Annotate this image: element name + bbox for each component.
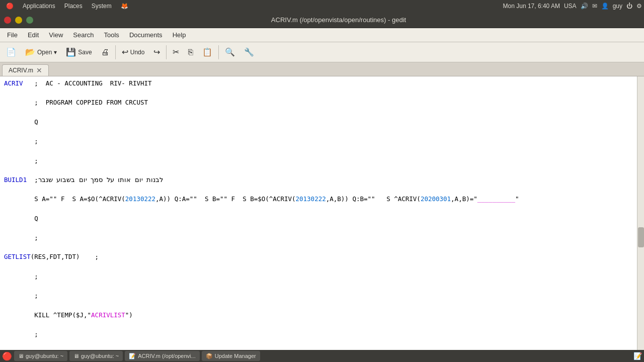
menu-tools[interactable]: Tools [99, 29, 124, 41]
terminal1-label: guy@ubuntu: ~ [26, 353, 63, 359]
toolbar-separator-3 [218, 45, 219, 59]
toolbar-separator-2 [166, 45, 167, 59]
find-button[interactable]: 🔍 [221, 45, 239, 59]
close-button[interactable] [4, 17, 11, 24]
redo-icon: ↪ [153, 47, 160, 57]
mail-icon[interactable]: ✉ [592, 3, 597, 10]
maximize-button[interactable] [26, 17, 33, 24]
terminal1-icon: 🖥 [18, 353, 24, 359]
save-label: Save [78, 49, 92, 56]
scrollbar-right[interactable] [637, 76, 644, 350]
undo-icon: ↩ [122, 47, 128, 57]
user-icon[interactable]: 👤 [601, 3, 609, 10]
replace-button[interactable]: 🔧 [240, 45, 258, 59]
minimize-button[interactable] [15, 17, 22, 24]
toolbar: 📄 📂 Open ▾ 💾 Save 🖨 ↩ Undo ↪ ✂ ⎘ 📋 🔍 🔧 [0, 42, 644, 62]
replace-icon: 🔧 [244, 47, 254, 57]
open-dropdown-icon[interactable]: ▾ [54, 49, 57, 56]
tab-close-button[interactable]: ✕ [36, 66, 42, 74]
tab-filename: ACRIV.m [9, 67, 33, 74]
volume-icon[interactable]: 🔊 [581, 3, 588, 10]
open-icon: 📂 [25, 47, 35, 57]
tab-acriv[interactable]: ACRIV.m ✕ [2, 64, 49, 76]
new-icon: 📄 [6, 47, 16, 57]
username: guy [613, 3, 622, 10]
scrollbar-thumb[interactable] [638, 227, 644, 247]
cut-button[interactable]: ✂ [169, 45, 183, 59]
tab-bar: ACRIV.m ✕ [0, 62, 644, 76]
menu-edit[interactable]: Edit [23, 29, 44, 41]
undo-button[interactable]: ↩ Undo [118, 45, 149, 59]
top-bar: 🔴 Applications Places System 🦊 Mon Jun 1… [0, 0, 644, 12]
title-bar: ACRIV.m (/opt/openvista/open/routines) -… [0, 12, 644, 28]
updater-icon: 📦 [206, 353, 213, 359]
locale: USA [564, 3, 577, 10]
copy-button[interactable]: ⎘ [184, 46, 197, 59]
find-icon: 🔍 [225, 47, 235, 57]
taskbar-item-updater[interactable]: 📦 Update Manager [202, 351, 260, 361]
ubuntu-logo[interactable]: 🔴 [2, 2, 18, 11]
editor-container: ACRIV ; AC - ACCOUNTING RIV- RIVHIT ; PR… [0, 76, 644, 350]
taskbar-item-gedit[interactable]: 📝 ACRIV.m (/opt/openvi... [125, 351, 200, 361]
settings-icon[interactable]: ⚙ [636, 3, 642, 10]
menu-view[interactable]: View [44, 29, 68, 41]
terminal2-label: guy@ubuntu: ~ [81, 353, 119, 359]
open-label: Open [37, 49, 52, 56]
power-icon[interactable]: ⏻ [626, 3, 632, 10]
print-button[interactable]: 🖨 [97, 46, 113, 59]
taskbar-item-terminal1[interactable]: 🖥 guy@ubuntu: ~ [14, 351, 67, 361]
datetime: Mon Jun 17, 6:40 AM [503, 3, 560, 10]
open-button[interactable]: 📂 Open ▾ [21, 45, 61, 59]
new-button[interactable]: 📄 [2, 45, 20, 59]
taskbar-logo[interactable]: 🔴 [2, 351, 12, 361]
menu-bar: File Edit View Search Tools Documents He… [0, 28, 644, 42]
system-menu[interactable]: System [88, 2, 116, 11]
paste-icon: 📋 [202, 47, 212, 57]
gedit-icon: 📝 [129, 353, 136, 359]
gedit-label: ACRIV.m (/opt/openvi... [138, 353, 196, 359]
taskbar: 🔴 🖥 guy@ubuntu: ~ 🖥 guy@ubuntu: ~ 📝 ACRI… [0, 350, 644, 362]
menu-documents[interactable]: Documents [124, 29, 168, 41]
places-menu[interactable]: Places [60, 2, 87, 11]
taskbar-right: 📝 [633, 352, 642, 360]
print-icon: 🖨 [101, 48, 109, 57]
applications-menu[interactable]: Applications [19, 2, 59, 11]
copy-icon: ⎘ [188, 48, 193, 57]
menu-help[interactable]: Help [168, 29, 191, 41]
editor-scroll: ACRIV ; AC - ACCOUNTING RIV- RIVHIT ; PR… [0, 76, 644, 350]
window-title: ACRIV.m (/opt/openvista/open/routines) -… [37, 16, 640, 24]
firefox-icon[interactable]: 🦊 [117, 2, 132, 11]
toolbar-separator-1 [115, 45, 116, 59]
taskbar-item-terminal2[interactable]: 🖥 guy@ubuntu: ~ [69, 351, 123, 361]
top-bar-left: 🔴 Applications Places System 🦊 [2, 2, 132, 11]
menu-file[interactable]: File [2, 29, 23, 41]
taskbar-notification-icon[interactable]: 📝 [633, 352, 642, 360]
terminal2-icon: 🖥 [73, 353, 79, 359]
updater-label: Update Manager [215, 353, 256, 359]
code-area[interactable]: ACRIV ; AC - ACCOUNTING RIV- RIVHIT ; PR… [0, 76, 637, 350]
top-bar-right: Mon Jun 17, 6:40 AM USA 🔊 ✉ 👤 guy ⏻ ⚙ [503, 3, 642, 10]
save-icon: 💾 [66, 47, 76, 57]
menu-search[interactable]: Search [68, 29, 99, 41]
save-button[interactable]: 💾 Save [62, 45, 96, 59]
undo-label: Undo [130, 49, 145, 56]
cut-icon: ✂ [173, 47, 179, 57]
paste-button[interactable]: 📋 [198, 45, 216, 59]
redo-button[interactable]: ↪ [149, 45, 164, 59]
